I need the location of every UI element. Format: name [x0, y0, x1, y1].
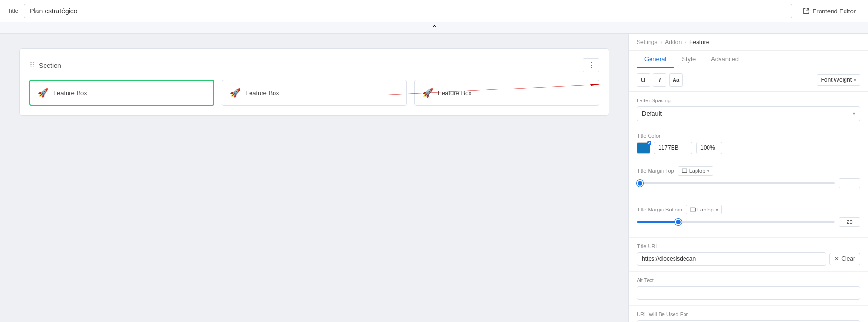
url-used-for-label: URL Will Be Used For: [637, 311, 860, 317]
section-container: ⠿ Section ⋮ 🚀 Feature Box 🚀 Feature Box: [19, 48, 609, 116]
breadcrumb: Settings › Addon › Feature: [629, 34, 868, 51]
title-url-section: Title URL ✕ Clear: [629, 238, 868, 272]
breadcrumb-settings[interactable]: Settings: [637, 39, 657, 45]
url-row: ✕ Clear: [637, 252, 860, 266]
frontend-editor-button[interactable]: Frontend Editor: [798, 5, 860, 18]
tab-general[interactable]: General: [637, 51, 674, 68]
title-margin-bottom-device[interactable]: Laptop ▾: [686, 205, 722, 214]
margin-bottom-row: Title Margin Bottom Laptop ▾: [637, 205, 860, 214]
chevron-up-icon: ⌃: [431, 23, 437, 33]
italic-button[interactable]: I: [653, 73, 666, 87]
clear-label: Clear: [841, 255, 855, 262]
clear-button[interactable]: ✕ Clear: [829, 253, 860, 265]
title-url-label: Title URL: [637, 244, 860, 249]
typography-controls: U I Aa Font Weight ▾: [629, 68, 868, 92]
frontend-editor-label: Frontend Editor: [812, 8, 856, 15]
chevron-down-icon: ▾: [854, 78, 856, 83]
url-used-for-section: URL Will Be Used For Title ▾: [629, 306, 868, 322]
canvas-area: ⠿ Section ⋮ 🚀 Feature Box 🚀 Feature Box: [0, 34, 628, 322]
title-margin-top-slider[interactable]: [637, 182, 835, 184]
feature-box-icon-1: 🚀: [38, 88, 48, 98]
title-margin-top-device-label: Laptop: [689, 168, 706, 174]
main-layout: ⠿ Section ⋮ 🚀 Feature Box 🚀 Feature Box: [0, 34, 868, 322]
title-input[interactable]: [24, 4, 792, 18]
color-swatch[interactable]: [637, 142, 650, 154]
feature-box-label-1: Feature Box: [53, 89, 87, 97]
section-options: ⋮: [583, 58, 599, 72]
alt-text-section: Alt Text: [629, 272, 868, 306]
margin-bottom-slider-row: [637, 217, 860, 227]
title-label: Title: [8, 8, 18, 14]
margin-top-slider-row: [637, 178, 860, 188]
letter-spacing-label: Letter Spacing: [637, 98, 860, 103]
color-opacity-input[interactable]: [696, 142, 722, 154]
title-margin-top-label: Title Margin Top: [637, 168, 674, 174]
external-link-icon: [803, 8, 810, 14]
top-bar: Title Frontend Editor: [0, 0, 868, 22]
breadcrumb-sep-2: ›: [685, 39, 686, 45]
x-icon: ✕: [834, 255, 839, 262]
title-color-label: Title Color: [637, 133, 860, 139]
letter-spacing-select[interactable]: Default ▾: [637, 106, 860, 121]
font-size-button[interactable]: Aa: [669, 73, 683, 87]
feature-box-label-2: Feature Box: [245, 89, 279, 97]
title-margin-bottom-label: Title Margin Bottom: [637, 207, 682, 212]
font-weight-label: Font Weight: [821, 77, 852, 83]
right-panel: Settings › Addon › Feature General Style…: [628, 34, 868, 322]
panel-tabs: General Style Advanced: [629, 51, 868, 68]
title-margin-top-section: Title Margin Top Laptop ▾: [629, 160, 868, 199]
color-hex-input[interactable]: [654, 142, 692, 154]
section-header: ⠿ Section ⋮: [29, 58, 599, 72]
laptop-icon-2: [690, 207, 696, 212]
device-chevron-bottom: ▾: [716, 207, 718, 212]
url-used-for-select[interactable]: Title ▾: [637, 320, 860, 322]
breadcrumb-addon[interactable]: Addon: [665, 39, 682, 45]
alt-text-label: Alt Text: [637, 278, 860, 283]
title-margin-bottom-slider[interactable]: [637, 221, 835, 223]
color-row: [637, 142, 860, 154]
section-title: Section: [39, 62, 61, 69]
collapse-bar[interactable]: ⌃: [0, 22, 868, 34]
tab-advanced[interactable]: Advanced: [703, 51, 746, 68]
color-edit-icon: [647, 141, 651, 145]
title-margin-bottom-device-label: Laptop: [697, 207, 714, 212]
alt-text-input[interactable]: [637, 286, 860, 300]
section-drag-handle[interactable]: ⠿: [29, 61, 35, 70]
section-options-button[interactable]: ⋮: [583, 58, 599, 72]
title-margin-top-device[interactable]: Laptop ▾: [678, 166, 714, 176]
letter-spacing-section: Letter Spacing Default ▾: [629, 92, 868, 127]
title-color-section: Title Color: [629, 127, 868, 160]
feature-box-icon-2: 🚀: [230, 88, 240, 98]
title-margin-bottom-section: Title Margin Bottom Laptop ▾: [629, 199, 868, 238]
title-url-input[interactable]: [637, 252, 826, 266]
margin-top-row: Title Margin Top Laptop ▾: [637, 166, 860, 176]
feature-box-2[interactable]: 🚀 Feature Box: [222, 80, 407, 106]
letter-spacing-value: Default: [642, 110, 662, 117]
title-margin-top-value[interactable]: [839, 178, 860, 188]
svg-rect-3: [690, 208, 696, 211]
feature-box-1[interactable]: 🚀 Feature Box: [29, 80, 214, 106]
underline-button[interactable]: U: [637, 73, 650, 87]
feature-box-label-3: Feature Box: [438, 89, 472, 97]
breadcrumb-sep-1: ›: [660, 39, 662, 45]
tab-style[interactable]: Style: [674, 51, 703, 68]
laptop-icon: [682, 168, 687, 173]
panel-content: Letter Spacing Default ▾ Title Color: [629, 92, 868, 322]
breadcrumb-feature[interactable]: Feature: [689, 39, 709, 45]
feature-box-3[interactable]: 🚀 Feature Box: [414, 80, 599, 106]
feature-box-icon-3: 🚀: [423, 88, 433, 98]
device-chevron-top: ▾: [707, 168, 709, 174]
section-grid: 🚀 Feature Box 🚀 Feature Box 🚀 Feature Bo…: [29, 80, 599, 106]
canvas-wrapper: ⠿ Section ⋮ 🚀 Feature Box 🚀 Feature Box: [19, 48, 609, 116]
svg-rect-2: [682, 169, 687, 172]
letter-spacing-chevron: ▾: [853, 111, 855, 116]
title-margin-bottom-value[interactable]: [839, 217, 860, 227]
font-weight-dropdown[interactable]: Font Weight ▾: [817, 74, 860, 86]
